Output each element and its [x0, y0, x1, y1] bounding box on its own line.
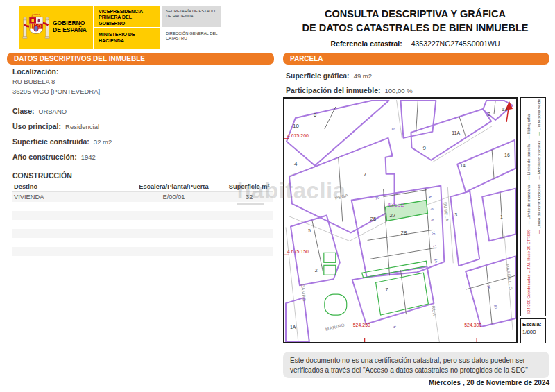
construccion-title: CONSTRUCCIÓN [12, 171, 273, 180]
parcel-label-14: 14 [460, 163, 466, 168]
section-bar-datos-descriptivos: DATOS DESCRIPTIVOS DEL INMUEBLE [7, 53, 274, 65]
construction-table-header-row: Destino Escalera/Planta/Puerta Superfici… [12, 182, 273, 192]
legend-line-2: — Límite de construcciones — Mobiliario … [533, 99, 544, 234]
parcel-label-6: 6 [314, 112, 317, 118]
table-empty-row [12, 238, 273, 247]
house-number-36: 36 [486, 284, 491, 289]
government-logo: GOBIERNO DE ESPAÑA VICEPRESIDENCIA PRIME… [19, 6, 221, 49]
manzana-line-icon: — [527, 221, 531, 225]
parcel-label-2b: 2 [315, 268, 318, 273]
table-empty-row [12, 202, 273, 211]
map-legend-strip: 524.300 Coordenadas U.T.M. Huso 29 ETRS8… [520, 97, 546, 316]
field-superficie-construida: Superficie construida:32 m2 [12, 135, 273, 147]
street-label-rua: RUA [431, 305, 437, 316]
logo-gray-block: SECRETARÍA DE ESTADO DE HACIENDA DIRECCI… [162, 6, 221, 49]
parcel-label-2: 2 [488, 112, 490, 117]
coordinate-ticks [284, 139, 477, 342]
parcel-label-5: 5 [308, 228, 311, 233]
reference-value: 4353227NG2745S0001WU [411, 40, 500, 48]
logo-yellow-block: GOBIERNO DE ESPAÑA VICEPRESIDENCIA PRIME… [19, 6, 160, 49]
parcel-label-3: 3 [454, 212, 457, 217]
table-empty-row [12, 247, 273, 256]
field-ano-construccion: Año construcción:1942 [12, 150, 273, 162]
construcciones-line-icon: — [537, 230, 541, 234]
table-empty-row [12, 229, 273, 238]
parcel-label-10: 10 [293, 123, 299, 129]
parcel-label-13: 13 [502, 107, 507, 112]
house-number-30: 30 [493, 304, 498, 309]
address-line-2: 36205 VIGO [PONTEVEDRA] [12, 87, 273, 95]
coord-label-north-2: 4.675.150 [287, 249, 309, 254]
street-label-marino: MARINO [325, 322, 345, 332]
scale-label: Escala: [522, 321, 544, 329]
house-number-6: 6 [429, 208, 434, 211]
parcel-label-27: 27 [390, 212, 396, 219]
street-label-pega: PEGA [334, 192, 349, 201]
parcel-label-16: 16 [504, 153, 510, 157]
legend-limite-zona-verde: — Límite zona verde [537, 99, 541, 136]
disclaimer-box: Este documento no es una certificación c… [283, 352, 549, 378]
street-edge-lines [286, 100, 513, 342]
table-empty-row [12, 211, 273, 220]
utm-coordinates-note: 524.300 Coordenadas U.T.M. Huso 29 ETRS8… [527, 230, 531, 314]
address-line-1: RU BUBELA 8 [12, 78, 273, 85]
col-superficie: Superficie m² [226, 182, 273, 192]
house-number-14: 14 [434, 258, 438, 263]
document-title: CONSULTA DESCRIPTIVA Y GRÁFICA DE DATOS … [281, 8, 549, 48]
field-participacion: Participación del inmueble:100,00 % [286, 83, 549, 96]
house-number-8: 8 [430, 219, 435, 221]
house-number-10: 10 [431, 230, 436, 235]
vicepresidencia-label: VICEPRESIDENCIA PRIMERA DEL GOBIERNO [94, 6, 160, 28]
manzana-number-label: 43532 [388, 201, 404, 208]
mobiliario-line-icon: — [537, 176, 541, 180]
reference-label: Referencia catastral: [330, 40, 402, 48]
cadastral-map: 4.675.200 4.675.150 524.250 524.300 PEGA… [283, 97, 518, 343]
property-descriptive-data: Localización: RU BUBELA 8 36205 VIGO [PO… [12, 67, 273, 256]
house-number-4: 4 [427, 196, 432, 198]
col-escalera-planta-puerta: Escalera/Planta/Puerta [122, 182, 226, 192]
parcel-map-svg: 4.675.200 4.675.150 524.250 524.300 PEGA… [284, 99, 516, 342]
ministry-block: VICEPRESIDENCIA PRIMERA DEL GOBIERNO MIN… [93, 6, 160, 49]
section-bar-parcela: PARCELA [283, 53, 549, 65]
gobierno-de-espana-label: GOBIERNO DE ESPAÑA [53, 6, 93, 49]
table-row: VIVIENDA E/00/01 32 [12, 192, 273, 203]
parcel-label-9: 9 [422, 145, 426, 151]
scale-value: 1/800 [522, 329, 544, 336]
parcel-label-1a: 1A [290, 325, 296, 330]
legend-line-1: 524.300 Coordenadas U.T.M. Huso 29 ETRS8… [523, 99, 533, 314]
legend-limite-parcela: — Límite de parcela [527, 144, 531, 180]
col-destino: Destino [12, 182, 122, 192]
secretaria-estado-label: SECRETARÍA DE ESTADO DE HACIENDA [162, 6, 221, 27]
parcel-label-7b: 7 [386, 287, 388, 292]
street-label-pardello: PARDELLO [505, 264, 513, 290]
cell-destino: VIVIENDA [12, 192, 122, 203]
parcel-label-28: 28 [400, 230, 407, 236]
map-scale-box: Escala: 1/800 [520, 318, 546, 343]
direccion-general-catastro-label: DIRECCIÓN GENERAL DEL CATASTRO [162, 27, 221, 49]
house-number-6b: 6 [391, 127, 396, 130]
cadastral-document-page: GOBIERNO DE ESPAÑA VICEPRESIDENCIA PRIME… [0, 0, 555, 392]
spain-coat-of-arms-icon [19, 6, 53, 49]
field-superficie-grafica: Superficie gráfica:49 m2 [286, 69, 549, 81]
cell-escalera: E/00/01 [122, 192, 226, 203]
coord-label-east-1: 524.250 [353, 323, 370, 327]
legend-hidrografia: — Hidrografía [527, 114, 531, 139]
parcel-label-7: 7 [364, 171, 367, 178]
zona-verde-line-icon: — [537, 132, 541, 136]
title-line-1: CONSULTA DESCRIPTIVA Y GRÁFICA [281, 8, 549, 22]
house-number-12: 12 [432, 244, 437, 249]
cadastral-reference: Referencia catastral: 4353227NG2745S0001… [281, 40, 549, 48]
field-uso-principal: Uso principal:Residencial [12, 119, 273, 132]
localizacion-label: Localización: [12, 67, 273, 76]
map-legend-rotated: 524.300 Coordenadas U.T.M. Huso 29 ETRS8… [523, 99, 545, 314]
coord-label-east-2: 524.300 [464, 323, 481, 327]
parcel-label-4: 4 [294, 161, 298, 167]
title-line-2: DE DATOS CATASTRALES DE BIEN INMUEBLE [281, 22, 549, 35]
parcel-boundaries [286, 101, 515, 342]
hidrografia-line-icon: — [527, 135, 531, 139]
table-empty-row [12, 220, 273, 229]
house-number-8b: 8 [393, 325, 398, 330]
ministerio-hacienda-label: MINISTERIO DE HACIENDA [94, 28, 160, 49]
legend-mobiliario-aceras: — Mobiliario y aceras [537, 141, 541, 180]
parcela-line-icon: — [527, 176, 531, 180]
